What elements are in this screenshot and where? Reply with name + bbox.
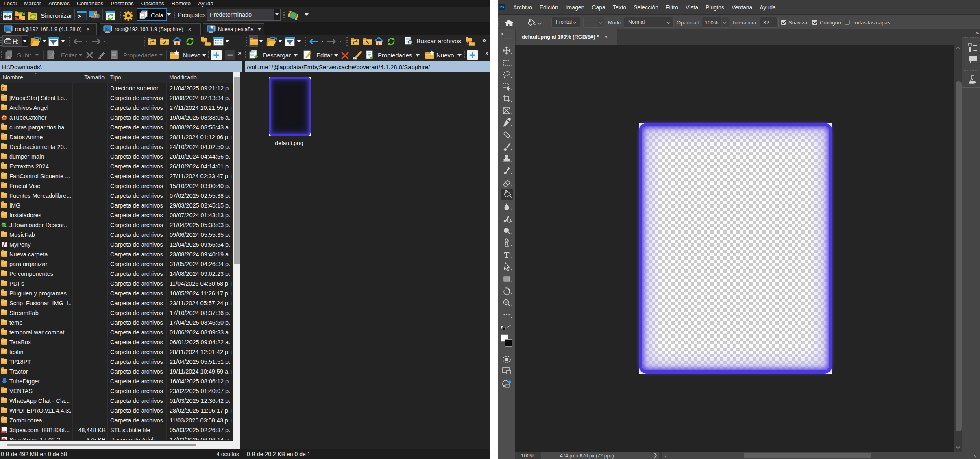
svg-text:T: T bbox=[504, 251, 510, 259]
svg-text:Ps: Ps bbox=[499, 5, 504, 9]
svg-text:STL: STL bbox=[2, 431, 6, 433]
